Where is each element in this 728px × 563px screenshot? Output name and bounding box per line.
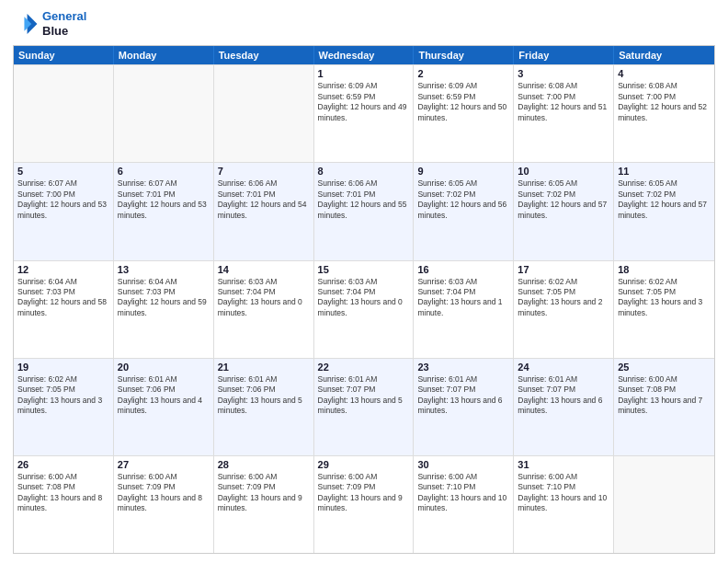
calendar-cell: 18Sunrise: 6:02 AMSunset: 7:05 PMDayligh…: [614, 261, 714, 358]
calendar-cell: 4Sunrise: 6:08 AMSunset: 7:00 PMDaylight…: [614, 65, 714, 162]
weekday-header: Saturday: [614, 46, 714, 64]
calendar-cell: 30Sunrise: 6:00 AMSunset: 7:10 PMDayligh…: [414, 456, 514, 553]
weekday-header: Tuesday: [214, 46, 314, 64]
day-number: 21: [218, 362, 310, 373]
cell-details: Sunrise: 6:00 AMSunset: 7:08 PMDaylight:…: [618, 374, 711, 417]
day-number: 12: [17, 264, 109, 275]
calendar-row: 5Sunrise: 6:07 AMSunset: 7:00 PMDaylight…: [14, 162, 714, 259]
day-number: 2: [417, 68, 509, 79]
day-number: 1: [318, 68, 410, 79]
calendar: SundayMondayTuesdayWednesdayThursdayFrid…: [13, 45, 715, 554]
day-number: 5: [17, 166, 109, 177]
cell-details: Sunrise: 6:02 AMSunset: 7:05 PMDaylight:…: [618, 277, 711, 319]
calendar-header: SundayMondayTuesdayWednesdayThursdayFrid…: [14, 46, 714, 64]
weekday-header: Monday: [114, 46, 214, 64]
cell-details: Sunrise: 6:05 AMSunset: 7:02 PMDaylight:…: [417, 178, 509, 221]
calendar-cell: 1Sunrise: 6:09 AMSunset: 6:59 PMDaylight…: [314, 65, 415, 162]
day-number: 25: [618, 362, 711, 373]
calendar-cell: 6Sunrise: 6:07 AMSunset: 7:01 PMDaylight…: [114, 163, 214, 259]
calendar-cell: 22Sunrise: 6:01 AMSunset: 7:07 PMDayligh…: [314, 359, 415, 455]
day-number: 6: [118, 166, 210, 177]
cell-details: Sunrise: 6:03 AMSunset: 7:04 PMDaylight:…: [417, 277, 509, 319]
day-number: 26: [17, 459, 109, 470]
calendar-body: 1Sunrise: 6:09 AMSunset: 6:59 PMDaylight…: [14, 64, 714, 553]
cell-details: Sunrise: 6:07 AMSunset: 7:01 PMDaylight:…: [118, 178, 210, 221]
calendar-cell: 8Sunrise: 6:06 AMSunset: 7:01 PMDaylight…: [314, 163, 415, 259]
weekday-header: Friday: [514, 46, 614, 64]
calendar-cell: 29Sunrise: 6:00 AMSunset: 7:09 PMDayligh…: [314, 456, 415, 553]
cell-details: Sunrise: 6:09 AMSunset: 6:59 PMDaylight:…: [417, 81, 509, 123]
calendar-cell: [114, 65, 214, 162]
calendar-cell: 10Sunrise: 6:05 AMSunset: 7:02 PMDayligh…: [514, 163, 614, 259]
day-number: 7: [218, 166, 310, 177]
day-number: 8: [318, 166, 410, 177]
day-number: 10: [518, 166, 609, 177]
day-number: 31: [518, 459, 609, 470]
calendar-row: 26Sunrise: 6:00 AMSunset: 7:08 PMDayligh…: [14, 455, 714, 553]
calendar-cell: 24Sunrise: 6:01 AMSunset: 7:07 PMDayligh…: [514, 359, 614, 455]
calendar-cell: 7Sunrise: 6:06 AMSunset: 7:01 PMDaylight…: [214, 163, 314, 259]
cell-details: Sunrise: 6:00 AMSunset: 7:09 PMDaylight:…: [218, 472, 310, 514]
calendar-cell: [14, 65, 114, 162]
day-number: 16: [417, 264, 509, 275]
calendar-cell: 16Sunrise: 6:03 AMSunset: 7:04 PMDayligh…: [414, 261, 514, 358]
page: General Blue SundayMondayTuesdayWednesda…: [0, 0, 728, 563]
logo-text: General Blue: [42, 9, 86, 38]
logo-icon: [13, 11, 39, 37]
calendar-cell: 13Sunrise: 6:04 AMSunset: 7:03 PMDayligh…: [114, 261, 214, 358]
calendar-cell: 9Sunrise: 6:05 AMSunset: 7:02 PMDaylight…: [414, 163, 514, 259]
calendar-row: 1Sunrise: 6:09 AMSunset: 6:59 PMDaylight…: [14, 64, 714, 162]
cell-details: Sunrise: 6:05 AMSunset: 7:02 PMDaylight:…: [518, 178, 609, 221]
cell-details: Sunrise: 6:06 AMSunset: 7:01 PMDaylight:…: [218, 178, 310, 221]
cell-details: Sunrise: 6:00 AMSunset: 7:10 PMDaylight:…: [518, 472, 609, 514]
cell-details: Sunrise: 6:01 AMSunset: 7:07 PMDaylight:…: [318, 374, 410, 417]
day-number: 3: [518, 68, 609, 79]
calendar-cell: 20Sunrise: 6:01 AMSunset: 7:06 PMDayligh…: [114, 359, 214, 455]
calendar-cell: 15Sunrise: 6:03 AMSunset: 7:04 PMDayligh…: [314, 261, 415, 358]
cell-details: Sunrise: 6:00 AMSunset: 7:08 PMDaylight:…: [17, 472, 109, 514]
weekday-header: Thursday: [414, 46, 514, 64]
cell-details: Sunrise: 6:03 AMSunset: 7:04 PMDaylight:…: [218, 277, 310, 319]
day-number: 20: [118, 362, 210, 373]
calendar-cell: 2Sunrise: 6:09 AMSunset: 6:59 PMDaylight…: [414, 65, 514, 162]
calendar-cell: 26Sunrise: 6:00 AMSunset: 7:08 PMDayligh…: [14, 456, 114, 553]
day-number: 19: [17, 362, 109, 373]
cell-details: Sunrise: 6:05 AMSunset: 7:02 PMDaylight:…: [618, 178, 711, 221]
calendar-cell: 11Sunrise: 6:05 AMSunset: 7:02 PMDayligh…: [614, 163, 714, 259]
cell-details: Sunrise: 6:03 AMSunset: 7:04 PMDaylight:…: [318, 277, 410, 319]
calendar-row: 19Sunrise: 6:02 AMSunset: 7:05 PMDayligh…: [14, 358, 714, 455]
calendar-cell: 31Sunrise: 6:00 AMSunset: 7:10 PMDayligh…: [514, 456, 614, 553]
cell-details: Sunrise: 6:00 AMSunset: 7:09 PMDaylight:…: [318, 472, 410, 514]
logo: General Blue: [13, 9, 86, 38]
cell-details: Sunrise: 6:07 AMSunset: 7:00 PMDaylight:…: [17, 178, 109, 221]
day-number: 27: [118, 459, 210, 470]
cell-details: Sunrise: 6:01 AMSunset: 7:06 PMDaylight:…: [118, 374, 210, 417]
cell-details: Sunrise: 6:00 AMSunset: 7:09 PMDaylight:…: [118, 472, 210, 514]
day-number: 14: [218, 264, 310, 275]
day-number: 4: [618, 68, 711, 79]
cell-details: Sunrise: 6:02 AMSunset: 7:05 PMDaylight:…: [518, 277, 609, 319]
day-number: 13: [118, 264, 210, 275]
day-number: 30: [417, 459, 509, 470]
calendar-cell: 23Sunrise: 6:01 AMSunset: 7:07 PMDayligh…: [414, 359, 514, 455]
header: General Blue: [13, 9, 715, 38]
day-number: 29: [318, 459, 410, 470]
cell-details: Sunrise: 6:01 AMSunset: 7:07 PMDaylight:…: [518, 374, 609, 417]
calendar-cell: [614, 456, 714, 553]
calendar-cell: 27Sunrise: 6:00 AMSunset: 7:09 PMDayligh…: [114, 456, 214, 553]
cell-details: Sunrise: 6:08 AMSunset: 7:00 PMDaylight:…: [618, 81, 711, 123]
calendar-cell: 12Sunrise: 6:04 AMSunset: 7:03 PMDayligh…: [14, 261, 114, 358]
cell-details: Sunrise: 6:00 AMSunset: 7:10 PMDaylight:…: [417, 472, 509, 514]
day-number: 15: [318, 264, 410, 275]
calendar-cell: 14Sunrise: 6:03 AMSunset: 7:04 PMDayligh…: [214, 261, 314, 358]
weekday-header: Sunday: [14, 46, 114, 64]
cell-details: Sunrise: 6:04 AMSunset: 7:03 PMDaylight:…: [17, 277, 109, 319]
cell-details: Sunrise: 6:01 AMSunset: 7:07 PMDaylight:…: [417, 374, 509, 417]
calendar-cell: 25Sunrise: 6:00 AMSunset: 7:08 PMDayligh…: [614, 359, 714, 455]
calendar-cell: [214, 65, 314, 162]
day-number: 11: [618, 166, 711, 177]
weekday-header: Wednesday: [314, 46, 415, 64]
day-number: 24: [518, 362, 609, 373]
calendar-cell: 21Sunrise: 6:01 AMSunset: 7:06 PMDayligh…: [214, 359, 314, 455]
day-number: 17: [518, 264, 609, 275]
